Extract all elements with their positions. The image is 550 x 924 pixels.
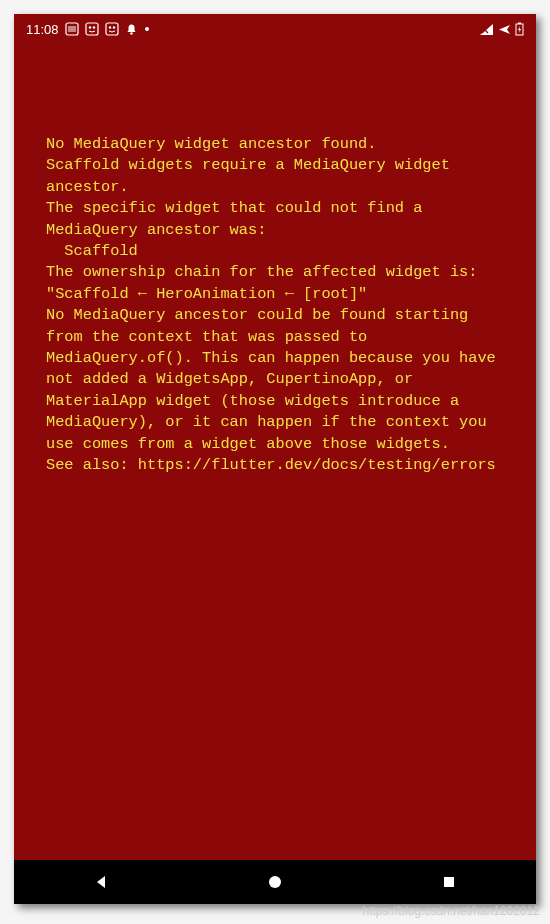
svg-marker-15 [499, 25, 510, 34]
recent-button[interactable] [409, 860, 489, 904]
status-time: 11:08 [26, 22, 59, 37]
device-frame: 11:08 [14, 14, 536, 904]
svg-point-20 [269, 876, 281, 888]
svg-point-8 [108, 26, 110, 28]
status-bar-left: 11:08 [26, 22, 150, 37]
svg-point-9 [112, 26, 114, 28]
svg-point-11 [145, 27, 149, 31]
list-icon [65, 22, 79, 36]
app-icon-2 [105, 22, 119, 36]
back-button[interactable] [61, 860, 141, 904]
svg-marker-19 [97, 876, 105, 888]
dot-icon [144, 26, 150, 32]
battery-icon [515, 22, 524, 36]
airplane-icon [498, 23, 511, 36]
signal-icon [479, 23, 494, 36]
svg-point-6 [92, 26, 94, 28]
svg-marker-18 [518, 26, 521, 33]
svg-rect-7 [106, 23, 118, 35]
error-message: No MediaQuery widget ancestor found. Sca… [46, 134, 504, 477]
status-bar: 11:08 [14, 14, 536, 44]
svg-point-10 [130, 32, 132, 34]
home-button[interactable] [235, 860, 315, 904]
app-icon-1 [85, 22, 99, 36]
svg-rect-17 [518, 23, 521, 25]
svg-rect-21 [444, 877, 454, 887]
status-bar-right [479, 22, 524, 36]
error-screen: No MediaQuery widget ancestor found. Sca… [14, 44, 536, 860]
watermark: https://blog.csdn.net/han1202012 [363, 904, 540, 918]
bell-icon [125, 23, 138, 36]
svg-rect-4 [86, 23, 98, 35]
nav-bar [14, 860, 536, 904]
svg-marker-12 [480, 24, 493, 35]
svg-point-5 [88, 26, 90, 28]
